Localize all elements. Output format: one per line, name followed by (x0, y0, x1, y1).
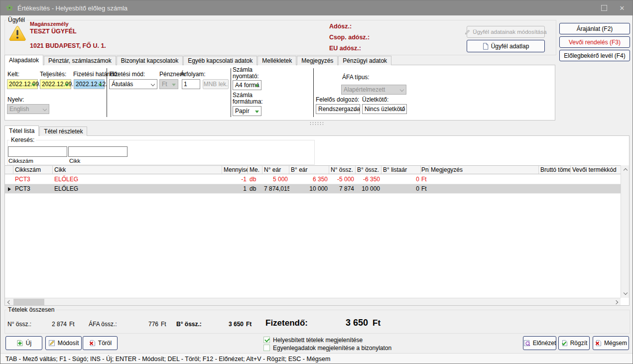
search-item-name-label: Cikk (69, 158, 80, 164)
app-window: Értékesítés - Helyesbítő előleg számla ✕… (0, 0, 633, 364)
table-row-selected[interactable]: PCT3 ELŐLEG 1 db 7 874,01575 10 000 7 87… (5, 184, 622, 194)
column-header[interactable]: Cikkszám (13, 166, 53, 174)
customer-address: 1021 BUDAPEST, FŐ U. 1. (30, 42, 106, 49)
payment-method-select[interactable]: Átutalás (109, 79, 157, 89)
customer-datasheet-button[interactable]: Ügyfél adatlap (467, 40, 545, 52)
column-header[interactable]: Vevői termékkód (571, 166, 622, 174)
vat-total-label: ÁFA össz.: (89, 321, 117, 328)
splitter-handle[interactable] (309, 121, 323, 126)
save-button[interactable]: Rögzít (558, 336, 590, 350)
group-tax-label: Csop. adósz.: (329, 34, 370, 41)
column-header[interactable]: Pn. (421, 166, 429, 174)
dropdown-arrow-icon (255, 111, 259, 113)
net-total-currency: Ft (69, 321, 75, 328)
dropdown-arrow-icon (31, 84, 35, 86)
scrollbar-thumb[interactable] (13, 299, 44, 305)
payable-label: Fizetendő: (265, 318, 308, 328)
invoice-printer-label-2: nyomtató: (233, 73, 259, 80)
invoice-printer-label-1: Számla (233, 66, 253, 73)
column-header[interactable]: N° össz. (329, 166, 356, 174)
gross-total-value: 3 650 (204, 321, 244, 328)
modify-customer-button: Ügyfél adatainak módosítása (467, 26, 545, 38)
language-label: Nyelv: (7, 96, 24, 103)
invoice-date-picker[interactable]: 2022.12.09. (7, 79, 38, 89)
tab-penzugyi-adatok[interactable]: Pénzügyi adatok (338, 56, 391, 65)
invoice-form-panel: Kelt: Teljesítés: Fizetési határidő: 202… (4, 65, 555, 121)
statusbar: TAB - Mező váltás; F1 - Súgó; INS - Új; … (0, 353, 633, 364)
form-separator (107, 68, 107, 117)
delete-x-icon (89, 340, 96, 347)
column-header[interactable]: Mennyiség (222, 166, 248, 174)
grid-header-selector (5, 166, 13, 174)
customer-type: Magánszemély (30, 21, 69, 27)
tab-tetel-reszletek[interactable]: Tétel részletek (39, 126, 87, 136)
responsible-employee-select[interactable]: Rendszergazda Gé (316, 104, 360, 114)
scroll-left-icon[interactable] (7, 300, 11, 304)
mnb-rate-button: MNB lek. (203, 79, 229, 89)
maximize-button[interactable] (596, 0, 613, 15)
column-header[interactable]: Megjegyzés (429, 166, 539, 174)
totals-group-label: Tételek összesen (6, 306, 56, 313)
scroll-up-icon[interactable] (624, 168, 628, 172)
window-title: Értékesítés - Helyesbítő előleg számla (17, 4, 127, 12)
modify-item-button[interactable]: Módosít (45, 336, 82, 350)
quote-button[interactable]: Árajánlat (F2) (559, 23, 630, 34)
close-button[interactable]: ✕ (614, 0, 631, 15)
tab-mellekletek[interactable]: Mellékletek (257, 56, 296, 65)
balance-data-checkbox-label: Egyenlegadatok megjelenítése a bizonylat… (273, 345, 391, 352)
vertical-scrollbar[interactable] (621, 165, 629, 298)
search-item-name-input[interactable] (68, 146, 127, 157)
app-icon (6, 4, 13, 11)
customer-order-button[interactable]: Vevői rendelés (F3) (559, 36, 630, 48)
customer-name: TESZT ÜGYFÉL (30, 28, 77, 35)
column-header[interactable]: B° össz. (356, 166, 381, 174)
column-header[interactable]: Me. (248, 166, 262, 174)
vat-total-currency: Ft (161, 321, 166, 328)
corrected-items-checkbox[interactable] (263, 337, 270, 343)
corrected-items-checkbox-label: Helyesbített tételek megjelenítése (273, 337, 363, 344)
column-header[interactable]: N° eár (262, 166, 289, 174)
tab-bizonylat-kapcsolatok[interactable]: Bizonylat kapcsolatok (117, 56, 183, 65)
tab-penztar-szamlaszamok[interactable]: Pénztár, számlaszámok (44, 56, 116, 65)
eu-tax-label: EU adósz.: (329, 45, 361, 52)
column-header[interactable]: B° eár (289, 166, 329, 174)
advance-request-letter-button[interactable]: Előlegbekérő levél (F4) (559, 50, 630, 61)
invoice-format-select[interactable]: Papír (233, 106, 261, 116)
column-header[interactable]: B° listaár (381, 166, 421, 174)
delete-item-button[interactable]: Töröl (83, 336, 118, 350)
balance-data-checkbox[interactable] (263, 345, 270, 351)
due-date-picker[interactable]: 2022.12.12. (74, 79, 105, 89)
tab-megjegyzes[interactable]: Megjegyzés (297, 56, 338, 65)
payable-currency: Ft (373, 318, 380, 328)
column-header[interactable]: Cikk (53, 166, 222, 174)
grid-header: Cikkszám Cikk Mennyiség Me. N° eár B° eá… (5, 165, 622, 174)
item-list-panel: Keresés: Cikkszám Cikk Cikkszám Cikk Men… (4, 135, 630, 306)
titlebar: Értékesítés - Helyesbítő előleg számla ✕ (0, 0, 633, 15)
sales-agent-select[interactable]: Nincs üzletkötő (362, 104, 407, 114)
chevron-down-icon (400, 88, 404, 92)
chevron-down-icon (43, 107, 47, 111)
scroll-down-icon[interactable] (624, 291, 628, 295)
tab-egyeb-kapcsolati-adatok[interactable]: Egyéb kapcsolati adatok (183, 56, 257, 65)
tab-tetel-lista[interactable]: Tétel lista (4, 125, 39, 136)
vat-total-value: 776 (119, 321, 158, 328)
payable-value: 3 650 (319, 318, 368, 328)
exchange-rate-input[interactable] (182, 79, 200, 89)
scroll-right-icon[interactable] (614, 300, 618, 304)
preview-icon (523, 340, 530, 347)
tab-alapadatok[interactable]: Alapadatok (4, 55, 43, 65)
form-separator (231, 68, 231, 117)
horizontal-scrollbar[interactable] (5, 298, 621, 305)
preview-button[interactable]: Előnézet (523, 336, 556, 350)
cancel-button[interactable]: Mégsem (593, 336, 629, 350)
invoice-printer-select[interactable]: A4 formá (233, 80, 261, 90)
gross-total-currency: Ft (246, 321, 252, 328)
fulfillment-date-picker[interactable]: 2022.12.09. (40, 79, 71, 89)
customer-group-label: Ügyfél (6, 16, 26, 23)
dropdown-arrow-icon (65, 84, 69, 86)
search-item-number-input[interactable] (8, 146, 67, 157)
new-item-button[interactable]: Új (5, 336, 42, 350)
column-header[interactable]: Bruttó tömeg (539, 166, 571, 174)
table-row[interactable]: PCT3 ELŐLEG -1 db 5 000 6 350 -5 000 -6 … (5, 175, 622, 184)
invoice-format-label-1: Számla (233, 92, 253, 99)
